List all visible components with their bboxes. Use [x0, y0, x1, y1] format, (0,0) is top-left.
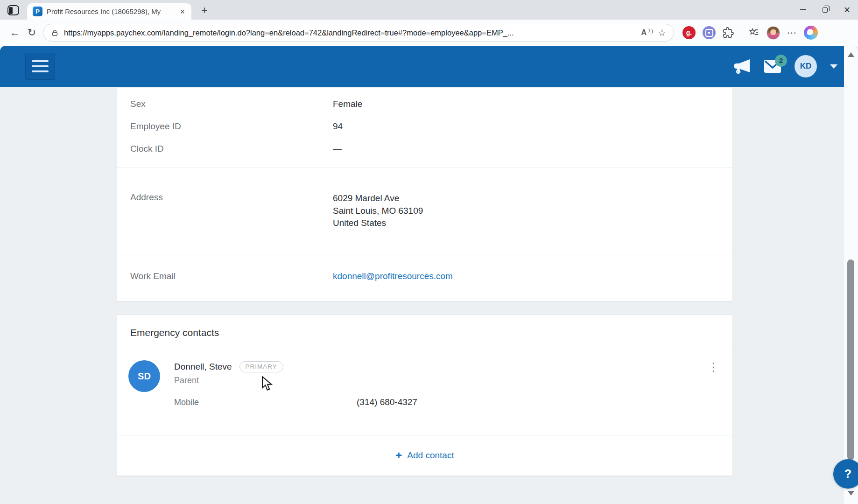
field-label: Work Email — [130, 271, 333, 281]
page-viewport: 2 KD Sex Female Employee ID 94 Clock ID — [0, 46, 858, 504]
user-menu-chevron-icon[interactable] — [830, 64, 837, 69]
window-minimize-button[interactable] — [792, 0, 814, 20]
contact-relationship: Parent — [174, 376, 719, 385]
browser-toolbar: ← ↻ https://myapps.paychex.com/landing_r… — [0, 20, 858, 46]
paychex-app-header: 2 KD — [0, 46, 858, 87]
primary-badge: PRIMARY — [239, 361, 283, 372]
field-row-clock-id: Clock ID — — [130, 138, 719, 160]
help-button[interactable]: ? — [833, 459, 858, 489]
lock-icon — [51, 29, 59, 37]
wave-icon — [650, 28, 653, 35]
field-value: Female — [333, 99, 362, 109]
window-close-button[interactable]: × — [836, 0, 858, 20]
favorites-bar-icon[interactable] — [748, 27, 760, 38]
contact-row: SD Donnell, Steve PRIMARY Parent Mobile … — [117, 348, 732, 435]
contact-name: Donnell, Steve — [174, 362, 232, 372]
copilot-icon[interactable] — [804, 26, 818, 40]
menu-hamburger-button[interactable] — [25, 53, 55, 80]
tab-title: Profit Resources Inc (18065298), My — [47, 7, 174, 15]
field-value: — — [333, 144, 342, 154]
back-button[interactable]: ← — [7, 24, 23, 41]
reload-button[interactable]: ↻ — [23, 24, 40, 41]
address-line-2: Saint Louis, MO 63109 — [333, 205, 423, 217]
workspaces-icon — [7, 5, 19, 15]
field-row-sex: Sex Female — [130, 93, 719, 115]
contact-options-kebab-icon[interactable]: ⋮ — [703, 358, 724, 376]
contact-phone-row: Mobile (314) 680-4327 — [174, 397, 719, 407]
personal-info-card: Sex Female Employee ID 94 Clock ID — Add… — [117, 88, 733, 301]
address-value: 6029 Mardel Ave Saint Louis, MO 63109 Un… — [333, 192, 423, 230]
user-avatar[interactable]: KD — [795, 55, 817, 77]
add-contact-label: Add contact — [407, 450, 454, 461]
work-email-section: Work Email kdonnell@profitresources.com — [117, 254, 732, 301]
new-tab-button[interactable]: + — [198, 4, 211, 17]
window-restore-button[interactable] — [814, 0, 836, 20]
scroll-down-arrow-icon[interactable] — [848, 491, 854, 496]
window-controls: × — [792, 0, 858, 20]
field-label: Clock ID — [130, 144, 333, 154]
contact-avatar: SD — [128, 360, 160, 392]
header-actions: 2 KD — [733, 55, 837, 77]
emergency-contacts-card: Emergency contacts SD Donnell, Steve PRI… — [117, 315, 733, 476]
grammarly-extension-icon[interactable]: g. — [682, 26, 696, 39]
scrollbar-thumb[interactable] — [847, 259, 854, 460]
paychex-favicon-icon: P — [33, 7, 42, 16]
scroll-up-arrow-icon[interactable] — [848, 52, 854, 57]
hamburger-bar — [32, 65, 49, 68]
messages-envelope-icon[interactable]: 2 — [764, 59, 781, 73]
phone-type-label: Mobile — [174, 398, 357, 407]
extensions-puzzle-icon[interactable] — [723, 27, 734, 38]
announcements-megaphone-icon[interactable] — [733, 58, 751, 74]
browser-tab-active[interactable]: P Profit Resources Inc (18065298), My × — [27, 3, 191, 20]
browser-window: P Profit Resources Inc (18065298), My × … — [0, 0, 858, 504]
phone-number: (314) 680-4327 — [357, 397, 417, 407]
hamburger-bar — [32, 60, 49, 63]
url-text[interactable]: https://myapps.paychex.com/landing_remot… — [64, 28, 636, 37]
field-value: 94 — [333, 121, 343, 132]
address-line-1: 6029 Mardel Ave — [333, 192, 423, 205]
field-label: Employee ID — [130, 121, 333, 132]
wave-icon — [647, 28, 650, 33]
tab-actions-menu-icon[interactable] — [6, 4, 20, 16]
tab-close-icon[interactable]: × — [178, 7, 187, 17]
work-email-link[interactable]: kdonnell@profitresources.com — [333, 271, 453, 281]
minimize-icon — [800, 9, 806, 10]
emergency-contacts-title: Emergency contacts — [117, 315, 732, 348]
settings-more-icon[interactable]: ⋯ — [787, 27, 797, 38]
page-scrollbar[interactable] — [844, 46, 858, 504]
address-bar[interactable]: https://myapps.paychex.com/landing_remot… — [43, 24, 674, 42]
field-row-employee-id: Employee ID 94 — [130, 115, 719, 138]
message-count-badge: 2 — [775, 55, 787, 67]
field-label: Sex — [130, 99, 333, 109]
add-contact-button[interactable]: + Add contact — [117, 435, 732, 476]
hamburger-bar — [32, 70, 49, 73]
id-fields-section: Sex Female Employee ID 94 Clock ID — — [117, 88, 732, 168]
browser-profile-avatar[interactable] — [767, 26, 780, 40]
restore-icon — [823, 7, 828, 13]
address-section: Address 6029 Mardel Ave Saint Louis, MO … — [117, 168, 732, 254]
address-line-3: United States — [333, 217, 423, 230]
purple-extension-icon[interactable] — [703, 26, 716, 39]
extensions-row: g. ⋯ — [682, 26, 818, 40]
favorite-star-icon[interactable]: ☆ — [658, 28, 666, 37]
field-label: Address — [130, 192, 333, 230]
browser-titlebar: P Profit Resources Inc (18065298), My × … — [0, 0, 858, 20]
contact-name-row: Donnell, Steve PRIMARY — [174, 361, 719, 372]
toolbar-divider — [741, 28, 741, 38]
read-aloud-icon[interactable]: A — [641, 28, 653, 37]
plus-icon: + — [395, 450, 402, 461]
